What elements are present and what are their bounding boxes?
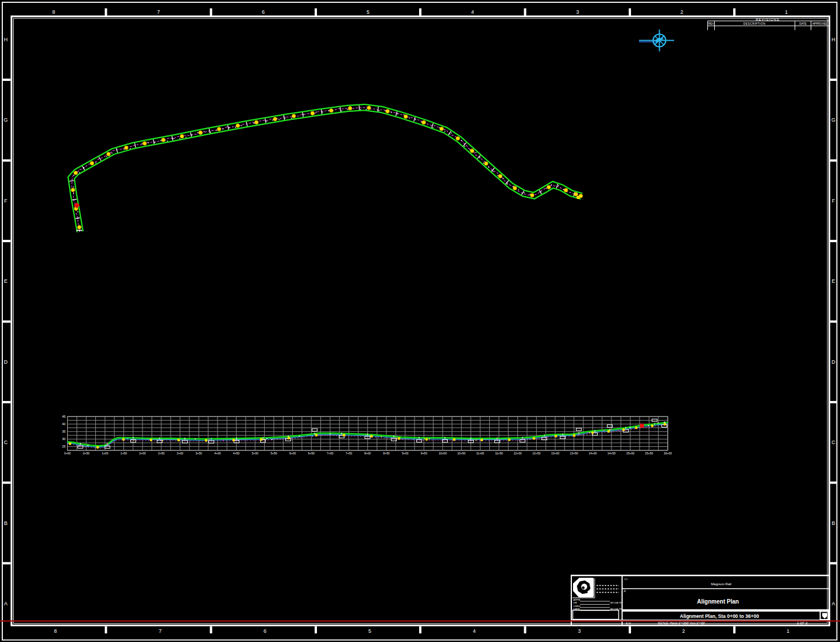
svg-text:DESCRIPTION: DESCRIPTION (744, 22, 765, 25)
svg-text:Alignment Plan, Sta 0+00 to 36: Alignment Plan, Sta 0+00 to 36+00 (680, 613, 759, 619)
svg-text:1+00: 1+00 (102, 452, 108, 455)
svg-text:11+50: 11+50 (495, 452, 503, 455)
svg-text:F: F (4, 198, 7, 204)
svg-text:A: A (831, 601, 835, 606)
svg-text:9+50: 9+50 (421, 452, 427, 455)
svg-text:G: G (831, 117, 835, 123)
svg-text:0+00: 0+00 (64, 452, 71, 455)
svg-text:5: 5 (368, 628, 371, 634)
svg-text:6+00: 6+00 (289, 452, 296, 455)
svg-text:D: D (4, 359, 8, 365)
svg-text:4: 4 (471, 9, 474, 15)
svg-text:2+00: 2+00 (140, 452, 146, 455)
svg-text:3+50: 3+50 (196, 452, 202, 455)
svg-text:5: 5 (366, 9, 369, 15)
svg-text:4+00: 4+00 (214, 452, 220, 455)
svg-text:11+00: 11+00 (476, 452, 484, 455)
svg-text:12+00: 12+00 (514, 452, 522, 455)
svg-text:12+50: 12+50 (532, 452, 540, 455)
svg-text:6+50: 6+50 (308, 452, 315, 455)
svg-text:B: B (4, 520, 7, 526)
svg-text:REV: REV (709, 22, 715, 25)
svg-text:3+00: 3+00 (177, 452, 183, 455)
svg-text:MO.DA.YR: MO.DA.YR (610, 601, 622, 604)
svg-text:45: 45 (62, 415, 65, 418)
svg-text:16+00: 16+00 (664, 452, 672, 455)
svg-text:14+50: 14+50 (607, 452, 616, 455)
svg-text:5+00: 5+00 (252, 452, 258, 455)
svg-text:8+50: 8+50 (383, 452, 389, 455)
svg-text:D: D (831, 359, 835, 365)
svg-text:Magnum Rail: Magnum Rail (711, 582, 731, 586)
svg-text:3: 3 (576, 9, 579, 15)
svg-text:2: 2 (680, 9, 683, 15)
svg-text:REVISIONS: REVISIONS (756, 18, 780, 21)
svg-text:10+00: 10+00 (439, 452, 447, 455)
svg-text:8+00: 8+00 (365, 452, 371, 455)
svg-text:APPROVED: APPROVED (812, 22, 828, 25)
svg-text:14+00: 14+00 (589, 452, 597, 455)
svg-text:7: 7 (158, 628, 161, 634)
svg-text:3: 3 (578, 628, 580, 634)
svg-text:E: E (831, 278, 835, 284)
svg-text:7: 7 (157, 9, 160, 15)
svg-text:8: 8 (54, 628, 57, 634)
svg-text:40: 40 (62, 422, 65, 426)
svg-text:C: C (4, 439, 8, 445)
svg-text:4: 4 (473, 628, 475, 634)
svg-text:10+50: 10+50 (458, 452, 466, 455)
svg-text:13+50: 13+50 (570, 452, 578, 455)
svg-text:8: 8 (52, 9, 55, 15)
svg-text:9+00: 9+00 (402, 452, 408, 455)
svg-text:C: C (831, 439, 835, 445)
svg-text:APPR: APPR (574, 598, 580, 601)
svg-text:7+00: 7+00 (327, 452, 333, 455)
svg-text:7+50: 7+50 (346, 452, 352, 455)
svg-text:13+00: 13+00 (551, 452, 559, 455)
svg-text:6: 6 (264, 628, 266, 634)
svg-text:G: G (3, 117, 7, 123)
svg-text:E: E (4, 278, 7, 284)
svg-text:CO: CO (624, 578, 628, 581)
svg-text:30: 30 (62, 437, 65, 441)
svg-text:2: 2 (682, 628, 685, 634)
svg-text:CHKD: CHKD (574, 605, 580, 608)
svg-text:B: B (831, 520, 835, 526)
svg-text:15+00: 15+00 (626, 452, 634, 455)
svg-text:0+50: 0+50 (83, 452, 90, 455)
svg-text:15+50: 15+50 (645, 452, 653, 455)
svg-text:5+50: 5+50 (270, 452, 277, 455)
svg-text:A: A (4, 601, 7, 606)
svg-text:25: 25 (62, 445, 65, 448)
svg-text:H: H (4, 37, 8, 42)
svg-text:H: H (831, 37, 835, 42)
svg-text:1+50: 1+50 (121, 452, 127, 455)
svg-text:6: 6 (262, 9, 265, 15)
svg-text:35: 35 (62, 430, 65, 433)
svg-text:1: 1 (785, 9, 788, 15)
svg-text:DATE: DATE (799, 22, 806, 25)
svg-text:F: F (832, 198, 835, 204)
svg-text:2+50: 2+50 (158, 452, 164, 455)
svg-text:4+50: 4+50 (233, 452, 239, 455)
svg-text:DR: DR (574, 601, 577, 604)
svg-text:Alignment Plan: Alignment Plan (697, 598, 739, 605)
svg-text:1: 1 (787, 628, 789, 634)
